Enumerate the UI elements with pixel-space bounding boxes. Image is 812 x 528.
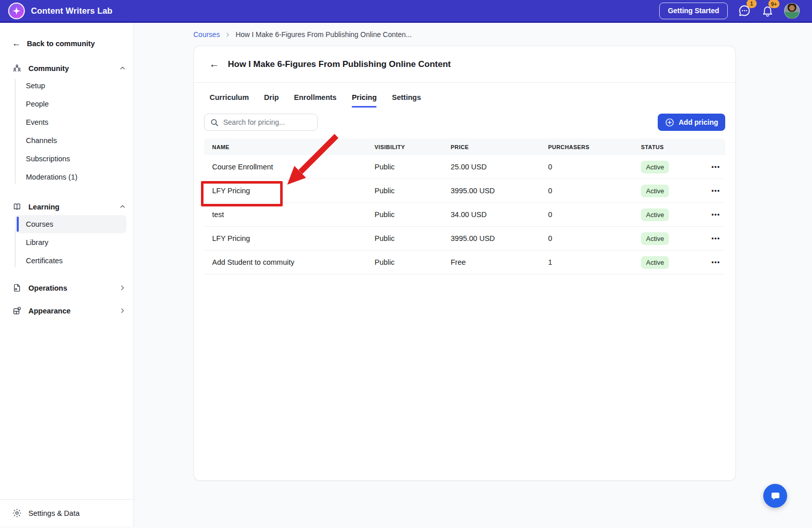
pricing-search <box>204 114 318 131</box>
cell-price: 34.00 USD <box>451 210 548 219</box>
operations-icon <box>12 283 22 293</box>
appearance-icon <box>12 306 22 315</box>
sidebar: ← Back to community Community Setup Peop… <box>0 23 134 526</box>
sidebar-item-moderations[interactable]: Moderations (1) <box>26 168 126 186</box>
messages-badge: 1 <box>747 0 757 8</box>
pricing-toolbar: Add pricing <box>194 108 735 131</box>
circle-plus-icon <box>665 118 674 127</box>
status-badge: Active <box>641 256 669 269</box>
tab-pricing[interactable]: Pricing <box>352 93 377 108</box>
cell-price: Free <box>451 258 548 266</box>
messages-button[interactable]: 1 <box>738 4 751 17</box>
open-book-icon <box>12 202 22 212</box>
learning-sub-list: Courses Library Certificates <box>12 215 126 270</box>
cell-purchasers: 0 <box>548 210 641 219</box>
status-badge: Active <box>641 232 669 245</box>
brand-name: Content Writers Lab <box>31 6 113 16</box>
course-tabs: Curriculum Drip Enrollments Pricing Sett… <box>194 83 735 108</box>
tab-curriculum[interactable]: Curriculum <box>210 93 249 108</box>
sidebar-item-people[interactable]: People <box>26 95 126 113</box>
sidebar-item-certificates[interactable]: Certificates <box>26 252 126 270</box>
course-title: How I Make 6-Figures From Publishing Onl… <box>228 59 451 69</box>
cell-name: LFY Pricing <box>212 234 375 242</box>
sidebar-section-operations[interactable]: Operations <box>12 283 126 293</box>
brand[interactable]: Content Writers Lab <box>8 3 113 19</box>
search-icon <box>210 118 219 127</box>
top-bar: Content Writers Lab Getting Started 1 <box>0 0 812 23</box>
sidebar-section-appearance[interactable]: Appearance <box>12 306 126 315</box>
notifications-badge: 9+ <box>768 0 780 8</box>
cell-name: Course Enrollment <box>212 163 375 171</box>
cell-purchasers: 0 <box>548 187 641 195</box>
add-pricing-label: Add pricing <box>679 118 718 126</box>
sidebar-item-setup[interactable]: Setup <box>26 77 126 95</box>
chevron-right-icon <box>224 31 231 38</box>
main-content: Courses How I Make 6-Figures From Publis… <box>134 23 812 526</box>
cell-purchasers: 0 <box>548 163 641 171</box>
sidebar-item-library[interactable]: Library <box>26 233 126 252</box>
community-sub-list: Setup People Events Channels Subscriptio… <box>12 77 126 186</box>
sidebar-item-subscriptions[interactable]: Subscriptions <box>26 150 126 168</box>
sidebar-item-courses[interactable]: Courses <box>15 215 126 233</box>
settings-and-data-link[interactable]: Settings & Data <box>0 499 133 526</box>
back-to-community-link[interactable]: ← Back to community <box>12 39 126 48</box>
sidebar-nav: ← Back to community Community Setup Peop… <box>0 23 133 499</box>
column-purchasers: PURCHASERS <box>548 144 641 150</box>
cell-visibility: Public <box>375 258 451 266</box>
column-status: STATUS <box>641 144 712 150</box>
column-name: NAME <box>212 144 375 150</box>
topbar-actions: Getting Started 1 9+ <box>659 3 800 19</box>
row-actions-button[interactable]: ••• <box>712 163 720 170</box>
tab-settings[interactable]: Settings <box>392 93 421 108</box>
chevron-up-icon <box>119 64 126 72</box>
sidebar-section-learning[interactable]: Learning <box>12 202 126 212</box>
operations-label: Operations <box>28 284 67 292</box>
notifications-button[interactable]: 9+ <box>761 5 774 17</box>
chat-launcher-button[interactable] <box>763 484 787 508</box>
pricing-search-input[interactable] <box>223 118 315 126</box>
pricing-table-body: Course Enrollment Public 25.00 USD 0 Act… <box>204 155 725 274</box>
status-badge: Active <box>641 208 669 221</box>
row-actions-button[interactable]: ••• <box>712 211 720 218</box>
cell-price: 3995.00 USD <box>451 187 548 195</box>
table-row: Course Enrollment Public 25.00 USD 0 Act… <box>204 155 725 179</box>
pricing-table: NAME VISIBILITY PRICE PURCHASERS STATUS … <box>204 138 725 274</box>
cell-name: test <box>212 210 375 219</box>
learning-label: Learning <box>28 203 59 211</box>
cell-name: Add Student to commuity <box>212 258 375 266</box>
user-avatar[interactable] <box>784 3 800 19</box>
gear-icon <box>12 508 22 518</box>
breadcrumb-current: How I Make 6-Figures From Publishing Onl… <box>235 30 412 39</box>
cell-purchasers: 0 <box>548 234 641 242</box>
tab-enrollments[interactable]: Enrollments <box>294 93 336 108</box>
cell-name: LFY Pricing <box>212 187 375 195</box>
add-pricing-button[interactable]: Add pricing <box>658 114 725 131</box>
sidebar-section-community[interactable]: Community <box>12 63 126 73</box>
chevron-up-icon <box>119 203 126 210</box>
row-actions-button[interactable]: ••• <box>712 235 720 242</box>
back-button[interactable]: ← <box>209 58 219 70</box>
cell-visibility: Public <box>375 163 451 171</box>
course-card-header: ← How I Make 6-Figures From Publishing O… <box>194 46 735 83</box>
table-row: Add Student to commuity Public Free 1 Ac… <box>204 251 725 274</box>
course-card: ← How I Make 6-Figures From Publishing O… <box>193 46 736 481</box>
sidebar-item-events[interactable]: Events <box>26 113 126 131</box>
community-icon <box>12 63 22 73</box>
getting-started-button[interactable]: Getting Started <box>659 3 728 19</box>
column-price: PRICE <box>451 144 548 150</box>
tab-drip[interactable]: Drip <box>264 93 279 108</box>
sidebar-item-channels[interactable]: Channels <box>26 131 126 150</box>
chat-launcher-icon <box>769 490 782 502</box>
cell-price: 25.00 USD <box>451 163 548 171</box>
cell-visibility: Public <box>375 210 451 219</box>
breadcrumb-courses-link[interactable]: Courses <box>193 30 220 39</box>
appearance-label: Appearance <box>28 307 71 315</box>
status-badge: Active <box>641 161 669 173</box>
row-actions-button[interactable]: ••• <box>712 187 720 194</box>
cell-purchasers: 1 <box>548 258 641 266</box>
cell-visibility: Public <box>375 187 451 195</box>
table-row-annotated: LFY Pricing Public 3995.00 USD 0 Active … <box>204 179 725 203</box>
row-actions-button[interactable]: ••• <box>712 259 720 266</box>
chevron-right-icon <box>119 284 126 292</box>
column-visibility: VISIBILITY <box>375 144 451 150</box>
